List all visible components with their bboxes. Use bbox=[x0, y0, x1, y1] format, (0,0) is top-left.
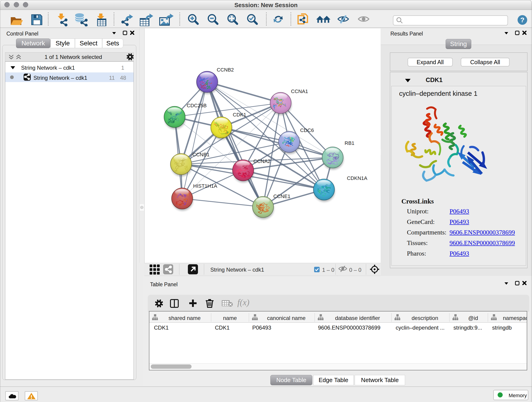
svg-text:RB1: RB1 bbox=[345, 140, 355, 146]
svg-text:HIST1H1A: HIST1H1A bbox=[193, 183, 217, 189]
svg-text:CCNE1: CCNE1 bbox=[273, 193, 291, 199]
svg-text:CCNA2: CCNA2 bbox=[253, 158, 271, 164]
svg-text:CDC6: CDC6 bbox=[300, 128, 314, 133]
svg-text:CCNA1: CCNA1 bbox=[291, 89, 308, 94]
svg-text:?: ? bbox=[520, 16, 525, 24]
svg-text:CCNB2: CCNB2 bbox=[217, 67, 234, 73]
svg-text:CDKN1A: CDKN1A bbox=[347, 175, 367, 181]
svg-text:CCNB1: CCNB1 bbox=[192, 152, 210, 157]
svg-text:CDC25B: CDC25B bbox=[187, 103, 207, 108]
svg-text:CDK1: CDK1 bbox=[233, 112, 246, 118]
